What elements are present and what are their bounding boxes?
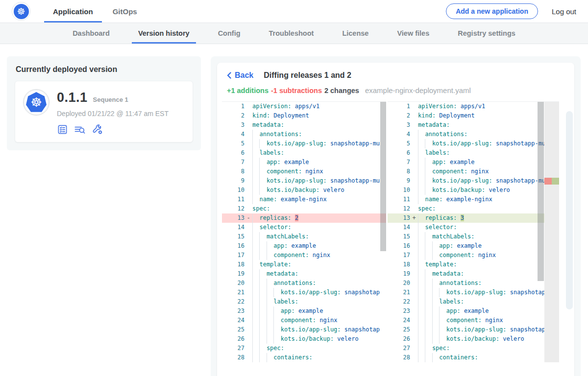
code-line: 16app: example [222, 241, 386, 251]
indent-guide [252, 186, 259, 195]
line-number: 28 [388, 353, 410, 362]
indent-guide [252, 325, 259, 334]
app-sub-nav: Dashboard Version history Config Trouble… [0, 23, 588, 44]
code-text: app: example [252, 241, 386, 251]
kubernetes-wheel-glyph: ☸ [17, 7, 25, 16]
indent-guide [259, 176, 266, 186]
config-checklist-icon[interactable] [57, 124, 68, 135]
add-new-application-button[interactable]: Add a new application [446, 3, 538, 19]
tab-gitops[interactable]: GitOps [104, 0, 146, 23]
back-link[interactable]: Back [227, 71, 253, 80]
line-number: 12 [388, 204, 410, 213]
indent-guide [267, 288, 273, 297]
code-line: 8component: nginx [222, 167, 386, 176]
subnav-item-troubleshoot[interactable]: Troubleshoot [263, 23, 320, 44]
indent-guide [252, 269, 259, 279]
deployed-version-body: 0.1.1 Sequence 1 Deployed 01/21/22 @ 11:… [57, 89, 169, 135]
code-text: containers: [418, 353, 559, 362]
indent-guide [418, 316, 425, 325]
line-number: 22 [222, 297, 245, 306]
code-text: spec: [252, 204, 386, 213]
indent-guide [425, 176, 432, 186]
diff-marker [410, 120, 418, 130]
subnav-item-license[interactable]: License [336, 23, 375, 44]
right-editor-scrollbar[interactable] [538, 102, 544, 281]
kubernetes-logo-icon: ☸ [14, 4, 29, 19]
code-line: 2kind: Deployment [222, 111, 386, 120]
line-number: 14 [222, 223, 245, 232]
indent-guide [273, 334, 280, 344]
code-line: 14selector: [222, 223, 386, 232]
subnav-item-dashboard[interactable]: Dashboard [66, 23, 116, 44]
diff-marker [410, 269, 418, 279]
diff-marker [410, 195, 418, 204]
tab-application[interactable]: Application [44, 0, 102, 23]
wrench-gear-icon[interactable] [92, 123, 103, 135]
line-number: 23 [222, 306, 245, 316]
indent-guide [418, 288, 425, 297]
diff-panel-scrollbar[interactable] [566, 111, 573, 309]
code-text: component: nginx [418, 316, 559, 325]
line-number: 15 [222, 232, 245, 241]
indent-guide [425, 306, 432, 316]
indent-guide [267, 251, 273, 260]
indent-guide [259, 306, 266, 316]
diff-marker [245, 158, 252, 167]
code-line: 14selector: [388, 223, 559, 232]
indent-guide [259, 167, 266, 176]
view-logs-icon[interactable] [74, 124, 86, 135]
indent-guide [418, 353, 425, 362]
diff-editor-original[interactable]: 1apiVersion: apps/v12kind: Deployment3me… [222, 101, 386, 362]
indent-guide [425, 344, 432, 353]
diff-marker [245, 102, 252, 111]
code-text: labels: [418, 297, 559, 306]
top-nav: ☸ Application GitOps Add a new applicati… [0, 0, 588, 23]
code-text: name: example-nginx [252, 195, 386, 204]
diff-editor-modified[interactable]: 1apiVersion: apps/v12kind: Deployment3me… [388, 101, 559, 362]
left-editor-scrollbar[interactable] [380, 102, 386, 251]
diff-marker [245, 279, 252, 288]
line-number: 22 [388, 297, 410, 306]
code-line: 3metadata: [388, 120, 559, 130]
indent-guide [252, 176, 259, 186]
indent-guide [252, 260, 259, 269]
indent-guide [439, 325, 446, 334]
indent-guide [425, 167, 432, 176]
indent-guide [418, 251, 425, 260]
indent-guide [425, 139, 432, 148]
subnav-item-view-files[interactable]: View files [391, 23, 436, 44]
kubernetes-wheel-glyph: ☸ [30, 96, 42, 109]
diff-marker [410, 130, 418, 139]
diff-marker [410, 334, 418, 344]
code-text: kots.io/backup: velero [418, 334, 559, 344]
diff-marker [410, 306, 418, 316]
diff-marker [245, 176, 252, 186]
line-number: 14 [388, 223, 410, 232]
line-number: 10 [388, 186, 410, 195]
app-logo: ☸ [12, 0, 30, 23]
subnav-item-registry-settings[interactable]: Registry settings [451, 23, 522, 44]
code-line: 17component: nginx [222, 251, 386, 260]
indent-guide [252, 316, 259, 325]
subnav-item-config[interactable]: Config [212, 23, 247, 44]
line-number: 27 [222, 344, 245, 353]
indent-guide [418, 139, 425, 148]
subnav-item-version-history[interactable]: Version history [132, 23, 196, 44]
currently-deployed-title: Currently deployed version [16, 65, 192, 74]
logout-button[interactable]: Log out [552, 7, 576, 16]
indent-guide [259, 241, 266, 251]
indent-guide [252, 279, 259, 288]
code-line: 11name: example-nginx [222, 195, 386, 204]
code-text: spec: [252, 344, 386, 353]
line-number: 19 [388, 269, 410, 279]
changes-count: 2 changes [324, 87, 359, 94]
line-number: 9 [388, 176, 410, 186]
line-number: 6 [222, 148, 245, 158]
indent-guide [418, 167, 425, 176]
indent-guide [418, 232, 425, 241]
line-number: 11 [222, 195, 245, 204]
indent-guide [259, 269, 266, 279]
code-text: matchLabels: [252, 232, 386, 241]
diff-overview-ruler [544, 102, 559, 362]
indent-guide [267, 306, 273, 316]
